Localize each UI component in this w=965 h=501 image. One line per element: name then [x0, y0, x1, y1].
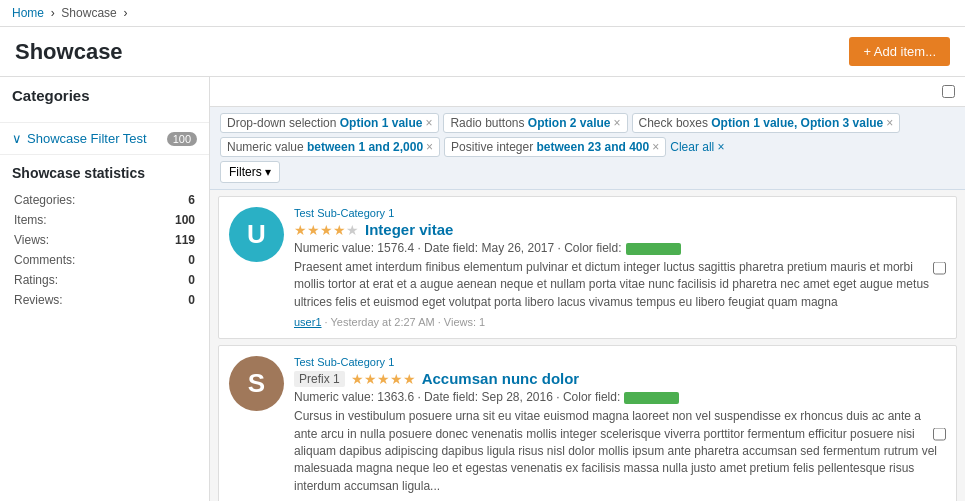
stats-table: Categories:6Items:100Views:119Comments:0…: [12, 189, 197, 311]
stats-value: 119: [151, 231, 195, 249]
add-item-button[interactable]: + Add item...: [849, 37, 950, 66]
filters-bar: Drop-down selection Option 1 value×Radio…: [210, 107, 965, 190]
filter-tag-label: Numeric value: [227, 140, 307, 154]
item-stars: ★★★★★: [351, 371, 416, 387]
breadcrumb: Home › Showcase ›: [0, 0, 965, 27]
item-title[interactable]: Accumsan nunc dolor: [422, 370, 580, 387]
breadcrumb-home[interactable]: Home: [12, 6, 44, 20]
item-category: Test Sub-Category 1: [294, 207, 946, 219]
item-category: Test Sub-Category 1: [294, 356, 946, 368]
filter-tag-checkbox: Check boxes Option 1 value, Option 3 val…: [632, 113, 901, 133]
filter-tag-label: Positive integer: [451, 140, 536, 154]
filters-button[interactable]: Filters ▾: [220, 161, 280, 183]
sidebar: Categories ∨ Showcase Filter Test 100 Sh…: [0, 77, 210, 501]
stats-row: Views:119: [14, 231, 195, 249]
item-description: Cursus in vestibulum posuere urna sit eu…: [294, 408, 946, 495]
filter-tag-label: Check boxes: [639, 116, 712, 130]
color-label: Color field:: [563, 390, 620, 404]
filter-tag-value: Option 2 value: [528, 116, 611, 130]
color-swatch: [624, 392, 679, 404]
filter-header-left: ∨ Showcase Filter Test: [12, 131, 147, 146]
item-title-row: ★★★★★ Integer vitae: [294, 221, 946, 238]
stats-value: 0: [151, 291, 195, 309]
clear-all-link[interactable]: Clear all ×: [670, 140, 724, 154]
item-avatar: S: [229, 356, 284, 411]
date-label: Date field: Sep 28, 2016: [424, 390, 553, 404]
item-avatar: U: [229, 207, 284, 262]
star-icon: ★: [294, 222, 307, 238]
item-prefix: Prefix 1: [294, 371, 345, 387]
star-icon: ★: [403, 371, 416, 387]
star-icon: ★: [364, 371, 377, 387]
numeric-label: Numeric value: 1576.4: [294, 241, 414, 255]
sidebar-categories-title: Categories: [12, 87, 197, 104]
item-checkbox[interactable]: [933, 261, 946, 274]
stats-title: Showcase statistics: [12, 165, 197, 181]
filter-tag-posint: Positive integer between 23 and 400×: [444, 137, 666, 157]
items-list: U Test Sub-Category 1 ★★★★★ Integer vita…: [210, 190, 965, 501]
filter-group: ∨ Showcase Filter Test 100: [0, 122, 209, 154]
filter-tag-value: Option 1 value, Option 3 value: [711, 116, 883, 130]
item-title-row: Prefix 1 ★★★★★ Accumsan nunc dolor: [294, 370, 946, 387]
item-body: Test Sub-Category 1 Prefix 1 ★★★★★ Accum…: [294, 356, 946, 501]
stats-value: 6: [151, 191, 195, 209]
item-meta-row: Numeric value: 1363.6 · Date field: Sep …: [294, 390, 946, 404]
stats-label: Views:: [14, 231, 149, 249]
item-footer: user1 · Yesterday at 2:27 AM · Views: 1: [294, 316, 946, 328]
item-card: S Test Sub-Category 1 Prefix 1 ★★★★★ Acc…: [218, 345, 957, 501]
remove-filter-icon[interactable]: ×: [426, 140, 433, 154]
select-all-checkbox[interactable]: [942, 85, 955, 98]
remove-filter-icon[interactable]: ×: [614, 116, 621, 130]
remove-filter-icon[interactable]: ×: [652, 140, 659, 154]
chevron-icon: ∨: [12, 131, 22, 146]
filter-tag-label: Drop-down selection: [227, 116, 340, 130]
filter-tag-label: Radio buttons: [450, 116, 527, 130]
stats-value: 0: [151, 271, 195, 289]
stats-label: Categories:: [14, 191, 149, 209]
filter-label: Showcase Filter Test: [27, 131, 147, 146]
item-description: Praesent amet interdum finibus elementum…: [294, 259, 946, 311]
breadcrumb-current: Showcase: [61, 6, 116, 20]
item-user-link[interactable]: user1: [294, 316, 322, 328]
page-title: Showcase: [15, 39, 123, 65]
top-checkbox-bar: [210, 77, 965, 107]
filter-tag-radio: Radio buttons Option 2 value×: [443, 113, 627, 133]
stats-label: Items:: [14, 211, 149, 229]
item-stars: ★★★★★: [294, 222, 359, 238]
layout: Categories ∨ Showcase Filter Test 100 Sh…: [0, 77, 965, 501]
filter-tag-numeric: Numeric value between 1 and 2,000×: [220, 137, 440, 157]
stats-label: Comments:: [14, 251, 149, 269]
item-meta-row: Numeric value: 1576.4 · Date field: May …: [294, 241, 946, 255]
remove-filter-icon[interactable]: ×: [425, 116, 432, 130]
star-icon: ★: [390, 371, 403, 387]
item-title[interactable]: Integer vitae: [365, 221, 453, 238]
filter-tag-dropdown: Drop-down selection Option 1 value×: [220, 113, 439, 133]
date-label: Date field: May 26, 2017: [424, 241, 554, 255]
stats-row: Items:100: [14, 211, 195, 229]
remove-filter-icon[interactable]: ×: [886, 116, 893, 130]
filter-tag-value: between 1 and 2,000: [307, 140, 423, 154]
stats-label: Reviews:: [14, 291, 149, 309]
item-checkbox[interactable]: [933, 428, 946, 441]
stats-row: Categories:6: [14, 191, 195, 209]
item-time: Yesterday at 2:27 AM: [331, 316, 435, 328]
star-icon: ★: [320, 222, 333, 238]
item-card: U Test Sub-Category 1 ★★★★★ Integer vita…: [218, 196, 957, 339]
stats-label: Ratings:: [14, 271, 149, 289]
stats-value: 0: [151, 251, 195, 269]
color-label: Color field:: [564, 241, 621, 255]
main-content: Drop-down selection Option 1 value×Radio…: [210, 77, 965, 501]
filter-tag-value: Option 1 value: [340, 116, 423, 130]
sidebar-stats-section: Showcase statistics Categories:6Items:10…: [0, 154, 209, 321]
star-icon: ★: [333, 222, 346, 238]
stats-row: Ratings:0: [14, 271, 195, 289]
item-views: Views: 1: [444, 316, 485, 328]
star-icon: ★: [307, 222, 320, 238]
filter-tag-value: between 23 and 400: [537, 140, 650, 154]
numeric-label: Numeric value: 1363.6: [294, 390, 414, 404]
item-body: Test Sub-Category 1 ★★★★★ Integer vitae …: [294, 207, 946, 328]
page-header: Showcase + Add item...: [0, 27, 965, 77]
filter-count: 100: [167, 132, 197, 146]
filter-header[interactable]: ∨ Showcase Filter Test 100: [0, 123, 209, 154]
stats-value: 100: [151, 211, 195, 229]
